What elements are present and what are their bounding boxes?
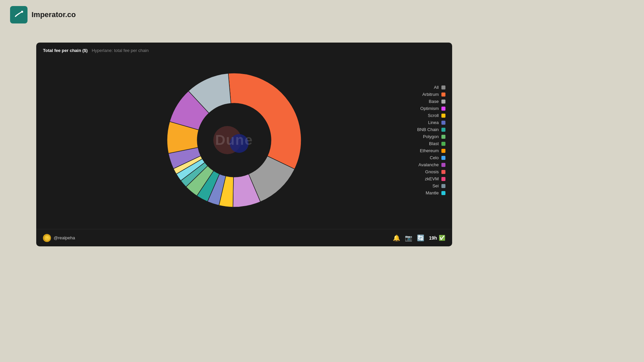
legend-label: Mantle [412,190,439,195]
legend-item: Celo [412,155,445,160]
legend-dot [441,170,445,174]
legend-item: Linea [412,120,445,125]
legend-label: Linea [412,120,439,125]
svg-point-3 [230,134,249,153]
legend-dot [441,142,445,146]
card-subtitle: Hyperlane: total fee per chain [92,48,149,53]
legend-dot [441,100,445,104]
donut-svg [157,63,311,217]
legend-item: Optimism [412,106,445,111]
legend-label: Arbitrum [412,92,439,97]
legend-dot [441,156,445,160]
username-label: @realpeha [54,235,75,240]
legend-item: Arbitrum [412,92,445,97]
legend-item: Mantle [412,190,445,195]
legend-dot [441,191,445,195]
legend-dot [441,93,445,97]
legend-dot [441,121,445,125]
legend-dot [441,177,445,181]
legend-dot [441,135,445,139]
legend-label: Base [412,99,439,104]
brand-name: Imperator.co [32,10,76,19]
legend-item: Base [412,99,445,104]
legend-label: Sei [412,183,439,188]
legend-item: Gnosis [412,169,445,174]
legend-dot [441,149,445,153]
page-header: Imperator.co [10,6,76,23]
time-display: 19h ✅ [429,235,445,241]
avatar: 🪙 [43,234,51,242]
legend-dot [441,85,445,89]
bell-icon[interactable]: 🔔 [393,234,400,242]
legend-label: Celo [412,155,439,160]
legend-item: All [412,85,445,90]
time-value: 19h [429,235,437,241]
card-body: Dune All Arbitrum Base Optimism Scroll L… [36,56,452,224]
legend-item: Avalanche [412,162,445,167]
legend-label: zkEVM [412,176,439,181]
footer-actions: 🔔 📷 🔄 19h ✅ [393,234,445,242]
legend-item: BNB Chain [412,127,445,132]
card-header: Total fee per chain ($) Hyperlane: total… [36,43,452,56]
legend-label: Polygon [412,134,439,139]
legend-label: Avalanche [412,162,439,167]
legend-item: zkEVM [412,176,445,181]
legend-item: Sei [412,183,445,188]
legend-item: Blast [412,141,445,146]
legend-label: All [412,85,439,90]
check-icon: ✅ [439,235,445,241]
legend-dot [441,114,445,118]
chart-card: Total fee per chain ($) Hyperlane: total… [36,43,452,246]
legend-item: Ethereum [412,148,445,153]
legend-dot [441,128,445,132]
legend-item: Scroll [412,113,445,118]
legend-dot [441,107,445,111]
donut-chart-container: Dune [157,63,311,217]
svg-point-0 [21,11,23,13]
legend-label: Optimism [412,106,439,111]
refresh-icon[interactable]: 🔄 [417,234,424,242]
legend-label: Blast [412,141,439,146]
legend-dot [441,184,445,188]
legend-item: Polygon [412,134,445,139]
legend-label: Gnosis [412,169,439,174]
logo-icon [13,8,24,21]
footer-user: 🪙 @realpeha [43,234,75,242]
legend-label: Scroll [412,113,439,118]
legend-dot [441,163,445,167]
card-footer: 🪙 @realpeha 🔔 📷 🔄 19h ✅ [36,229,452,246]
legend-label: Ethereum [412,148,439,153]
chart-legend: All Arbitrum Base Optimism Scroll Linea … [412,85,445,195]
legend-label: BNB Chain [412,127,439,132]
card-title: Total fee per chain ($) [43,48,88,53]
camera-icon[interactable]: 📷 [405,234,412,242]
logo-box [10,6,28,23]
